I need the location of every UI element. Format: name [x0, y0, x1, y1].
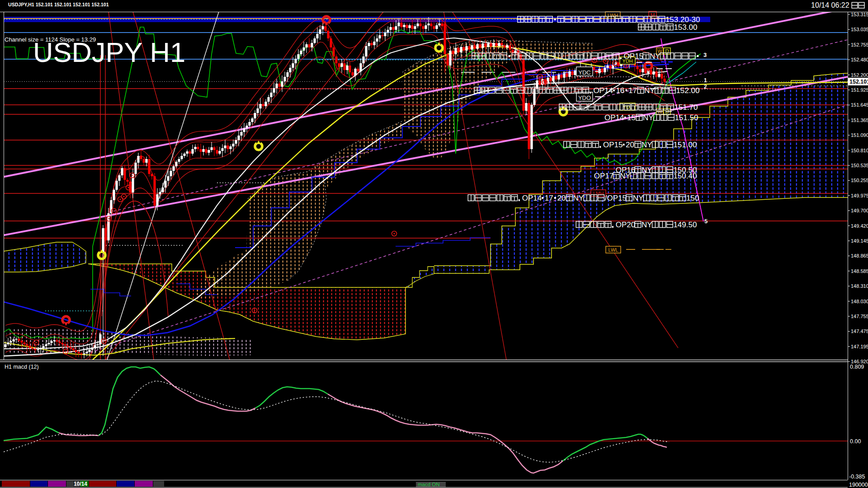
svg-text:LWL: LWL [609, 247, 618, 253]
svg-text:NY: NY [633, 194, 644, 202]
svg-text:148.310: 148.310 [851, 283, 868, 289]
svg-text:148.030: 148.030 [851, 299, 868, 304]
svg-text:YDC: YDC [578, 69, 590, 76]
svg-text:USDJPY,H1 152.101 152.101 152: USDJPY,H1 152.101 152.101 152.101 152.10… [8, 2, 109, 7]
svg-text:OP15: OP15 [624, 52, 643, 61]
svg-text:0.809: 0.809 [850, 364, 864, 370]
svg-text:OP17: OP17 [594, 172, 613, 180]
svg-text:M: M [651, 12, 655, 19]
svg-text:macd ON: macd ON [418, 482, 440, 487]
svg-text:151.365: 151.365 [851, 117, 868, 123]
svg-text:OP14: OP14 [604, 113, 624, 122]
svg-text:NY: NY [620, 172, 631, 180]
svg-text:150.40: 150.40 [673, 172, 697, 180]
svg-text:151.645: 151.645 [851, 102, 868, 108]
svg-text:16: 16 [616, 86, 624, 95]
svg-text:150.255: 150.255 [851, 178, 868, 183]
svg-text:152.101: 152.101 [849, 79, 868, 85]
svg-text:NY: NY [642, 221, 652, 229]
svg-text:149.145: 149.145 [851, 238, 868, 244]
svg-text:151.925: 151.925 [851, 87, 868, 93]
svg-text:YDO: YDO [578, 94, 591, 101]
svg-text:OP14: OP14 [522, 194, 542, 202]
svg-text:151.090: 151.090 [851, 132, 868, 138]
svg-text:152.00: 152.00 [676, 86, 699, 95]
svg-text:10/14 06:22: 10/14 06:22 [811, 1, 849, 9]
svg-text:NY: NY [650, 52, 660, 61]
svg-text:149.420: 149.420 [851, 223, 868, 229]
svg-text:152.755: 152.755 [851, 42, 868, 47]
svg-text:152.200: 152.200 [851, 72, 868, 78]
svg-text:10/14: 10/14 [74, 481, 87, 487]
svg-text:15: 15 [627, 113, 636, 122]
svg-text:151.00: 151.00 [673, 141, 697, 149]
svg-text:152.480: 152.480 [851, 57, 868, 62]
svg-text:151.50: 151.50 [675, 113, 698, 122]
svg-text:150.810: 150.810 [851, 148, 868, 153]
svg-text:147.195: 147.195 [851, 344, 868, 349]
svg-text:H1 macd (12): H1 macd (12) [5, 364, 39, 370]
svg-text:LWH: LWH [608, 13, 618, 18]
svg-text:153.035: 153.035 [851, 27, 868, 32]
svg-text:147.755: 147.755 [851, 314, 868, 319]
svg-text:NY: NY [642, 141, 652, 149]
svg-text:17: 17 [628, 86, 637, 95]
svg-text:1: 1 [704, 77, 707, 84]
svg-text:150.535: 150.535 [851, 163, 868, 168]
svg-text:149.50: 149.50 [673, 221, 697, 229]
svg-text:/OP15: /OP15 [605, 194, 627, 202]
svg-text:NY: NY [642, 166, 652, 174]
svg-text:149.700: 149.700 [851, 208, 868, 213]
svg-text:-0.385: -0.385 [849, 474, 865, 480]
svg-text:NY: NY [573, 194, 584, 202]
svg-text:5: 5 [704, 218, 708, 225]
svg-text:NY: NY [643, 113, 654, 122]
svg-text:149.975: 149.975 [851, 193, 868, 198]
svg-text:3: 3 [703, 52, 707, 58]
svg-text:20: 20 [557, 194, 566, 202]
svg-text:148.585: 148.585 [851, 268, 868, 274]
svg-text:148.865: 148.865 [851, 253, 868, 258]
svg-text:150: 150 [686, 194, 699, 202]
svg-text:20: 20 [626, 141, 634, 149]
svg-text:17: 17 [545, 194, 553, 202]
svg-text:OP14: OP14 [593, 86, 613, 95]
svg-text:USDJPY H1: USDJPY H1 [33, 37, 185, 68]
svg-text:190000: 190000 [849, 482, 868, 488]
svg-text:153.315: 153.315 [851, 12, 868, 17]
svg-text:153.00: 153.00 [674, 23, 697, 32]
svg-text:OP15: OP15 [603, 141, 623, 149]
svg-text:NY: NY [644, 86, 655, 95]
svg-text:0.00: 0.00 [850, 438, 861, 445]
svg-text:OP20: OP20 [616, 221, 635, 229]
svg-text:147.475: 147.475 [851, 328, 868, 334]
svg-text:151.70: 151.70 [674, 103, 698, 112]
